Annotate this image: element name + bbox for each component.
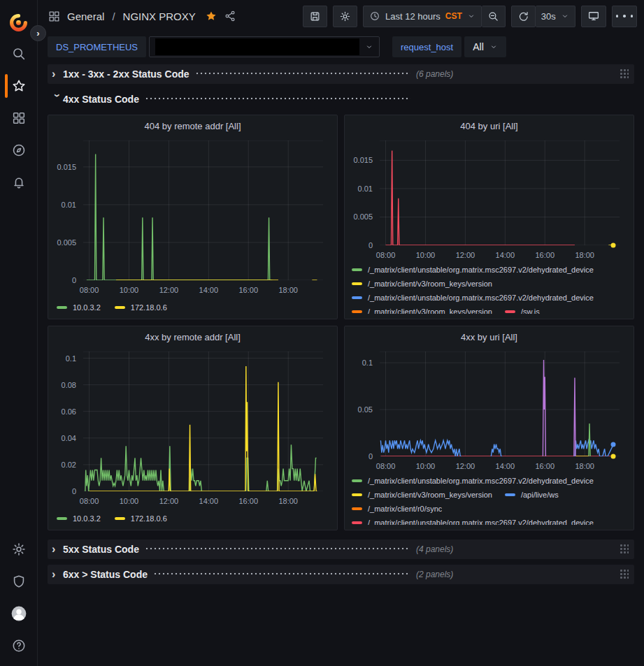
datasource-select[interactable]	[149, 36, 380, 57]
dashboard-row-4xx[interactable]: › 4xx Status Code	[48, 89, 634, 109]
chart-region[interactable]	[380, 140, 620, 245]
time-range-picker[interactable]: Last 12 hours CST	[363, 6, 482, 27]
series-color-swatch	[352, 521, 362, 524]
x-tick-label: 12:00	[159, 286, 179, 294]
legend-item[interactable]: /api/live/ws	[505, 491, 559, 499]
legend-item[interactable]: /_matrix/client/unstable/org.matrix.msc2…	[352, 519, 594, 525]
dashboard-row-6xx[interactable]: › 6xx > Status Code (2 panels)	[48, 565, 634, 584]
x-tick-label: 16:00	[238, 286, 258, 294]
series-color-swatch	[352, 493, 362, 496]
time-series-plot: 0.0150.010.0050 08:0010:0012:0014:0016:0…	[55, 135, 330, 296]
x-axis: 08:0010:0012:0014:0016:0018:00	[83, 495, 323, 507]
time-series-plot: 0.10.050 08:0010:0012:0014:0016:0018:00	[352, 346, 627, 472]
legend-label: /_matrix/client/unstable/org.matrix.msc2…	[368, 477, 594, 485]
x-tick-label: 12:00	[456, 251, 475, 259]
x-tick-label: 14:00	[199, 286, 219, 294]
legend-item[interactable]: /_matrix/client/v3/room_keys/version	[352, 307, 492, 314]
row-drag-handle[interactable]	[620, 68, 629, 80]
y-axis: 0.0150.010.0050	[55, 140, 79, 280]
refresh-interval-label: 30s	[541, 11, 556, 22]
series-color-swatch	[352, 296, 362, 299]
panel-title[interactable]: 4xx by uri [All]	[352, 330, 627, 346]
compass-icon	[11, 143, 27, 158]
row-drag-handle[interactable]	[620, 544, 629, 555]
legend-item[interactable]: /_matrix/client/unstable/org.matrix.msc2…	[352, 477, 594, 485]
chart-region[interactable]	[380, 352, 620, 456]
refresh-button[interactable]	[511, 6, 536, 27]
dashboard-row-5xx[interactable]: › 5xx Status Code (4 panels)	[48, 540, 634, 559]
row-panel-count: (6 panels)	[416, 69, 453, 79]
sidebar-item-help[interactable]	[0, 630, 38, 662]
zoom-out-button[interactable]	[482, 6, 506, 27]
legend-item[interactable]: /_matrix/client/v3/room_keys/version	[352, 280, 492, 288]
chart-svg[interactable]	[83, 140, 323, 280]
legend-label: /_matrix/client/v3/room_keys/version	[368, 307, 492, 314]
legend-item[interactable]: /_matrix/client/unstable/org.matrix.msc2…	[352, 294, 594, 302]
panel-title[interactable]: 4xx by remote addr [All]	[55, 330, 330, 346]
x-tick-label: 10:00	[416, 251, 436, 259]
chevron-down-icon	[489, 43, 498, 51]
kebab-menu-button[interactable]	[612, 6, 637, 27]
legend-item[interactable]: 10.0.3.2	[57, 512, 101, 525]
shield-icon	[11, 574, 27, 589]
sidebar-item-search[interactable]	[0, 38, 38, 70]
series-end-dot	[611, 454, 616, 459]
page-title[interactable]: NGINX PROXY	[123, 10, 196, 22]
legend-item[interactable]: 172.18.0.6	[115, 301, 167, 314]
chart-svg[interactable]	[380, 352, 620, 456]
chart-svg[interactable]	[83, 352, 323, 491]
row-title: 6xx > Status Code	[63, 569, 148, 580]
x-tick-label: 14:00	[496, 462, 515, 470]
sidebar-item-alerting[interactable]	[0, 166, 38, 198]
sidebar-item-starred[interactable]	[0, 70, 38, 102]
sidebar-item-configuration[interactable]	[0, 533, 38, 565]
save-dashboard-button[interactable]	[303, 6, 327, 27]
top-nav: General / NGINX PROXY La	[38, 0, 644, 32]
dashboard-settings-button[interactable]	[333, 6, 357, 27]
legend-label: /_matrix/client/v3/room_keys/version	[368, 280, 492, 288]
legend-item[interactable]: 172.18.0.6	[115, 512, 167, 525]
sidebar-item-profile[interactable]	[0, 598, 38, 630]
chevron-down-icon: ›	[52, 94, 63, 105]
row-drag-handle[interactable]	[620, 569, 629, 580]
chevron-right-icon: ›	[52, 569, 63, 580]
chart-region[interactable]	[83, 352, 323, 491]
legend-item[interactable]: 10.0.3.2	[57, 301, 101, 314]
row-leader-dots	[195, 72, 410, 75]
variable-label-request-host: request_host	[392, 36, 461, 57]
legend-item[interactable]: /_matrix/client/v3/room_keys/version	[352, 491, 492, 499]
series-color-swatch	[57, 517, 67, 520]
legend-label: 10.0.3.2	[73, 514, 101, 523]
sidebar-expand-button[interactable]: ›	[30, 25, 46, 41]
series-color-swatch	[115, 306, 125, 309]
y-tick-label: 0.08	[62, 381, 76, 389]
refresh-interval-picker[interactable]: 30s	[536, 6, 575, 27]
legend-item[interactable]: /sw.js	[505, 307, 540, 314]
chart-region[interactable]	[83, 140, 323, 280]
breadcrumb-section[interactable]: General	[67, 10, 104, 22]
legend-item[interactable]: /_matrix/client/r0/sync	[352, 505, 442, 513]
variables-submenu: DS_PROMETHEUS request_host All	[38, 32, 644, 61]
sidebar-item-server-admin[interactable]	[0, 565, 38, 598]
favorite-star-icon[interactable]	[205, 10, 217, 22]
cycle-view-mode-button[interactable]	[581, 6, 606, 27]
sidebar-item-explore[interactable]	[0, 134, 38, 166]
legend-label: 172.18.0.6	[131, 514, 167, 523]
request-host-select[interactable]: All	[464, 36, 506, 57]
variable-label-ds-prometheus: DS_PROMETHEUS	[48, 36, 146, 57]
sidebar-item-dashboards[interactable]	[0, 102, 38, 134]
legend-item[interactable]: /_matrix/client/unstable/org.matrix.msc2…	[352, 266, 594, 274]
dashboard-row-1xx-3xx-2xx[interactable]: › 1xx - 3xx - 2xx Status Code (6 panels)	[48, 64, 634, 84]
share-icon[interactable]	[224, 10, 236, 22]
panel-title[interactable]: 404 by uri [All]	[352, 119, 627, 135]
time-range-label: Last 12 hours	[385, 11, 441, 22]
panel-title[interactable]: 404 by remote addr [All]	[55, 119, 330, 135]
x-tick-label: 08:00	[80, 497, 99, 505]
legend-label: /_matrix/client/r0/sync	[368, 505, 442, 513]
x-tick-label: 08:00	[376, 251, 396, 259]
panel-404-by-uri: 404 by uri [All] 0.0150.010.0050 08:0010…	[344, 115, 634, 319]
x-axis: 08:0010:0012:0014:0016:0018:00	[380, 461, 620, 472]
sidebar: ›	[0, 0, 38, 666]
dashboard-canvas: › 1xx - 3xx - 2xx Status Code (6 panels)…	[38, 61, 644, 666]
chart-svg[interactable]	[380, 140, 620, 245]
